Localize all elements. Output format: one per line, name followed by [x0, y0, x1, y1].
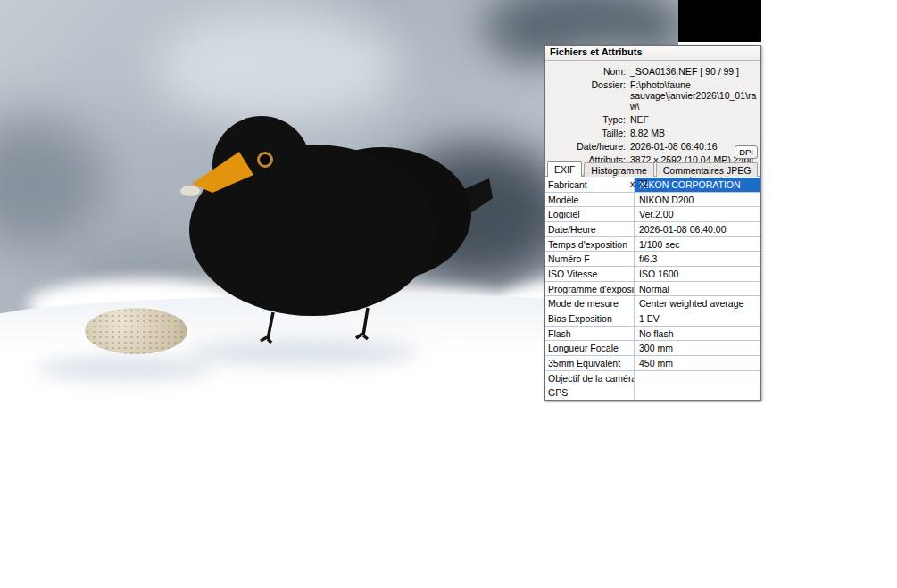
- exif-row[interactable]: Longueur Focale 300 mm: [545, 341, 760, 356]
- info-value: F:\photo\faune sauvage\janvier2026\10_01…: [630, 79, 758, 112]
- exif-value: f/6.3: [635, 252, 760, 266]
- exif-value: Normal: [635, 282, 760, 296]
- info-label: Taille:: [545, 128, 626, 138]
- exif-label: ISO Vitesse: [545, 267, 635, 281]
- exif-row[interactable]: Modèle NIKON D200: [545, 193, 760, 208]
- exif-value: Ver.2.00: [635, 207, 760, 221]
- exif-label: Date/Heure: [545, 222, 635, 236]
- exif-row[interactable]: ISO Vitesse ISO 1600: [545, 267, 760, 282]
- tab-exif[interactable]: EXIF: [547, 161, 582, 177]
- exif-value: [635, 371, 760, 385]
- exif-label: Temps d'exposition: [545, 237, 635, 252]
- black-region: [678, 0, 761, 42]
- exif-value: 1/100 sec: [635, 237, 760, 252]
- exif-row[interactable]: 35mm Equivalent 450 mm: [545, 356, 760, 371]
- info-row-type: Type: NEF: [545, 114, 758, 125]
- exif-row[interactable]: Bias Exposition 1 EV: [545, 311, 760, 327]
- exif-value: 1 EV: [635, 311, 760, 326]
- info-value: _SOA0136.NEF [ 90 / 99 ]: [630, 66, 758, 77]
- exif-value: No flash: [635, 327, 760, 341]
- exif-label: Longueur Focale: [545, 341, 635, 355]
- info-row-taille: Taille: 8.82 MB: [545, 128, 758, 138]
- exif-row[interactable]: GPS: [545, 385, 760, 400]
- exif-table: Fabricant NIKON CORPORATION Modèle NIKON…: [545, 177, 760, 400]
- exif-row[interactable]: Flash No flash: [545, 327, 760, 342]
- exif-value: 300 mm: [635, 341, 760, 355]
- info-label: Nom:: [545, 66, 626, 77]
- info-label: Date/heure:: [545, 141, 626, 152]
- info-row-date: Date/heure: 2026-01-08 06:40:16: [545, 141, 758, 152]
- exif-label: 35mm Equivalent: [545, 356, 635, 370]
- exif-value: 450 mm: [635, 356, 760, 370]
- info-label: Type:: [545, 114, 626, 125]
- exif-row[interactable]: Mode de mesure Center weighted average: [545, 296, 760, 311]
- exif-row[interactable]: Numéro F f/6.3: [545, 252, 760, 267]
- exif-label: Logiciel: [545, 207, 635, 221]
- exif-row[interactable]: Temps d'exposition 1/100 sec: [545, 237, 760, 253]
- exif-label: Bias Exposition: [545, 311, 635, 326]
- exif-label: GPS: [545, 385, 635, 400]
- exif-label: Flash: [545, 327, 635, 341]
- info-row-dossier: Dossier: F:\photo\faune sauvage\janvier2…: [545, 79, 758, 112]
- exif-label: Objectif de la caméra: [545, 371, 635, 385]
- file-info-section: Nom: _SOA0136.NEF [ 90 / 99 ] Dossier: F…: [545, 61, 760, 161]
- info-row-nom: Nom: _SOA0136.NEF [ 90 / 99 ]: [545, 66, 758, 77]
- exif-row[interactable]: Programme d'exposition Normal: [545, 282, 760, 297]
- exif-value: [635, 385, 760, 400]
- tab-histogramme[interactable]: Histogramme: [584, 162, 653, 177]
- file-attributes-panel: Fichiers et Attributs Nom: _SOA0136.NEF …: [544, 45, 761, 401]
- screen: Fichiers et Attributs Nom: _SOA0136.NEF …: [0, 0, 897, 588]
- exif-row[interactable]: Objectif de la caméra: [545, 371, 760, 386]
- exif-row[interactable]: Logiciel Ver.2.00: [545, 207, 760, 222]
- dpi-button[interactable]: DPI: [735, 145, 758, 159]
- exif-label: Mode de mesure: [545, 296, 635, 311]
- exif-label: Modèle: [545, 193, 635, 207]
- exif-value: 2026-01-08 06:40:00: [635, 222, 760, 236]
- exif-value: NIKON D200: [635, 193, 760, 207]
- info-value: 8.82 MB: [630, 128, 758, 138]
- exif-row[interactable]: Date/Heure 2026-01-08 06:40:00: [545, 222, 760, 237]
- exif-value: ISO 1600: [635, 267, 760, 281]
- panel-title: Fichiers et Attributs: [545, 46, 760, 61]
- tab-commentaires-jpeg[interactable]: Commentaires JPEG: [656, 162, 759, 177]
- exif-label: Numéro F: [545, 252, 635, 266]
- exif-value: Center weighted average: [635, 296, 760, 311]
- info-value: NEF: [630, 114, 758, 125]
- panel-tabs: EXIF Histogramme Commentaires JPEG: [545, 161, 760, 177]
- exif-label: Programme d'exposition: [545, 282, 635, 296]
- info-label: Dossier:: [545, 79, 626, 112]
